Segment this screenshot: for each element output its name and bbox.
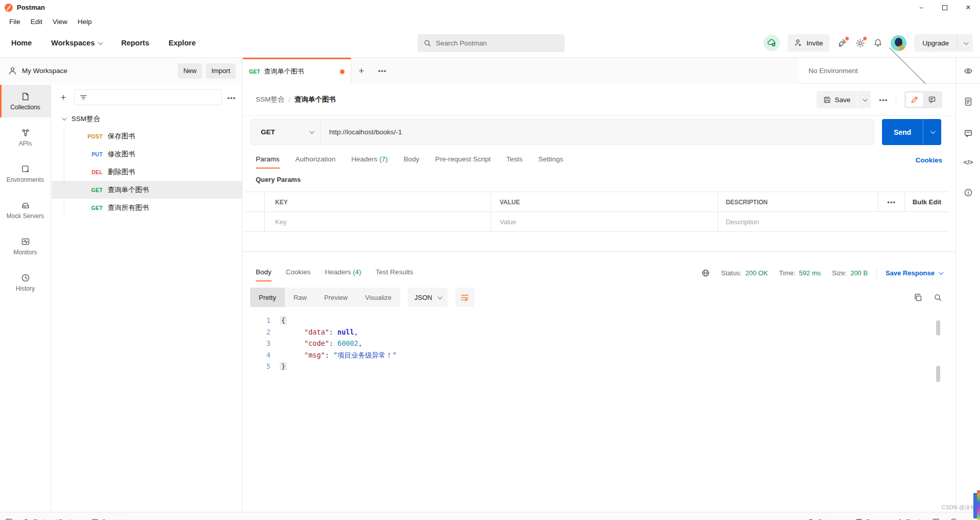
pane-splitter[interactable] [243, 251, 955, 252]
maximize-button[interactable] [933, 0, 957, 15]
fold-open-brace[interactable]: { [280, 316, 287, 324]
environment-selector[interactable]: No Environment [799, 58, 955, 84]
send-button[interactable]: Send [882, 119, 941, 145]
sidebar-item-collections[interactable]: Collections [0, 85, 51, 117]
collection-options-button[interactable]: ••• [227, 93, 236, 102]
view-preview[interactable]: Preview [315, 288, 356, 307]
fold-close-brace[interactable]: } [280, 362, 287, 370]
request-editor: SSM整合 / 查询单个图书 Save ••• [243, 84, 955, 512]
save-button[interactable]: Save [817, 91, 857, 108]
notifications-button[interactable] [873, 38, 883, 48]
comments-button[interactable] [956, 129, 980, 138]
filter-input[interactable] [74, 89, 222, 105]
sidebar-item-apis[interactable]: APIs [0, 121, 51, 154]
search-input[interactable]: Search Postman [418, 34, 565, 52]
method-selector[interactable]: GET [251, 120, 321, 145]
tab-body[interactable]: Body [404, 155, 420, 164]
wrap-lines-button[interactable] [455, 288, 475, 307]
runner-button[interactable]: Runner [855, 513, 886, 520]
nav-explore[interactable]: Explore [168, 39, 195, 47]
settings-button[interactable] [855, 38, 865, 48]
two-pane-button[interactable] [932, 513, 940, 520]
tab-active-request[interactable]: GET 查询单个图书 [243, 58, 351, 84]
response-tab-body[interactable]: Body [256, 268, 272, 281]
request-item-delete-book[interactable]: DEL 删除图书 [52, 163, 242, 181]
breadcrumb-request-name[interactable]: 查询单个图书 [295, 95, 336, 104]
tab-tests[interactable]: Tests [506, 155, 523, 164]
response-tab-test-results[interactable]: Test Results [376, 268, 413, 277]
save-options-button[interactable] [857, 91, 871, 108]
upgrade-caret-button[interactable] [958, 41, 973, 45]
response-tab-headers[interactable]: Headers (4) [325, 268, 361, 277]
console-button[interactable]: Console [91, 513, 124, 520]
nav-reports[interactable]: Reports [121, 39, 149, 47]
bulk-edit-button[interactable]: Bulk Edit [904, 192, 949, 211]
comment-mode-button[interactable] [923, 92, 941, 107]
collection-row[interactable]: SSM整合 [52, 110, 242, 127]
find-replace-button[interactable]: Find and Replace [23, 513, 81, 520]
request-more-options-button[interactable]: ••• [879, 95, 888, 104]
invite-button[interactable]: Invite [788, 34, 829, 52]
sidebar-item-environments[interactable]: Environments [0, 157, 51, 190]
search-response-icon[interactable] [934, 293, 942, 302]
tab-settings[interactable]: Settings [538, 155, 564, 164]
table-options-button[interactable]: ••• [878, 192, 904, 211]
request-item-update-book[interactable]: PUT 修改图书 [52, 145, 242, 163]
workspace-switcher[interactable]: My Workspace [8, 66, 174, 75]
trash-button[interactable]: Trash [896, 513, 922, 520]
request-item-get-all-books[interactable]: GET 查询所有图书 [52, 199, 242, 217]
menu-help[interactable]: Help [72, 18, 97, 26]
response-body-json[interactable]: 1 { 2 "data": null, 3 "code": 60002, 4 "… [243, 315, 925, 372]
sync-status-button[interactable] [764, 35, 780, 51]
tab-pre-request-script[interactable]: Pre-request Script [435, 155, 491, 164]
description-input[interactable]: Description [726, 218, 759, 226]
scrollbar-thumb[interactable] [936, 366, 940, 382]
menu-edit[interactable]: Edit [26, 18, 47, 26]
request-item-save-book[interactable]: POST 保存图书 [52, 127, 242, 145]
person-icon [8, 66, 17, 75]
search-icon [424, 39, 431, 47]
send-options-button[interactable] [923, 119, 941, 145]
api-network-button[interactable] [837, 38, 847, 48]
upgrade-button[interactable]: Upgrade [914, 34, 973, 52]
save-response-button[interactable]: Save Response [886, 269, 942, 277]
minimize-button[interactable]: – [910, 0, 933, 15]
tab-options-button[interactable]: ••• [372, 58, 393, 84]
bootcamp-button[interactable]: Bootcamp [807, 513, 845, 520]
request-item-get-book-selected[interactable]: GET 查询单个图书 [52, 181, 242, 199]
cookies-link[interactable]: Cookies [915, 156, 942, 164]
nav-home[interactable]: Home [11, 39, 32, 47]
key-input[interactable]: Key [275, 218, 286, 226]
add-collection-button[interactable]: + [58, 92, 69, 103]
url-input[interactable]: http://localhost/books/-1 [321, 128, 402, 136]
sidebar-item-history[interactable]: History [0, 266, 51, 299]
environment-quick-look-button[interactable] [955, 58, 980, 84]
request-info-button[interactable] [956, 188, 980, 197]
documentation-button[interactable] [956, 97, 980, 106]
format-selector[interactable]: JSON [408, 288, 448, 307]
value-input[interactable]: Value [500, 218, 516, 226]
new-tab-button[interactable]: + [351, 58, 372, 84]
tab-authorization[interactable]: Authorization [296, 155, 336, 164]
menu-file[interactable]: File [4, 18, 26, 26]
new-button[interactable]: New [178, 63, 202, 79]
view-raw[interactable]: Raw [285, 288, 315, 307]
copy-icon[interactable] [914, 293, 922, 302]
scrollbar-thumb[interactable] [936, 320, 940, 336]
view-pretty[interactable]: Pretty [250, 288, 285, 307]
view-visualize[interactable]: Visualize [356, 288, 400, 307]
sidebar-item-mock-servers[interactable]: Mock Servers [0, 194, 51, 226]
tab-headers[interactable]: Headers (7) [351, 155, 387, 164]
nav-workspaces[interactable]: Workspaces [51, 39, 102, 47]
close-button[interactable]: ✕ [957, 0, 980, 15]
menu-view[interactable]: View [47, 18, 72, 26]
response-tab-cookies[interactable]: Cookies [286, 268, 311, 277]
edit-mode-button[interactable] [906, 92, 923, 107]
import-button[interactable]: Import [206, 63, 236, 79]
code-snippet-button[interactable]: </> [956, 158, 980, 166]
help-button[interactable] [950, 513, 958, 520]
sidebar-toggle-button[interactable] [5, 513, 13, 520]
tab-params[interactable]: Params [256, 155, 280, 169]
breadcrumb-collection[interactable]: SSM整合 [256, 95, 284, 104]
sidebar-item-monitors[interactable]: Monitors [0, 230, 51, 263]
